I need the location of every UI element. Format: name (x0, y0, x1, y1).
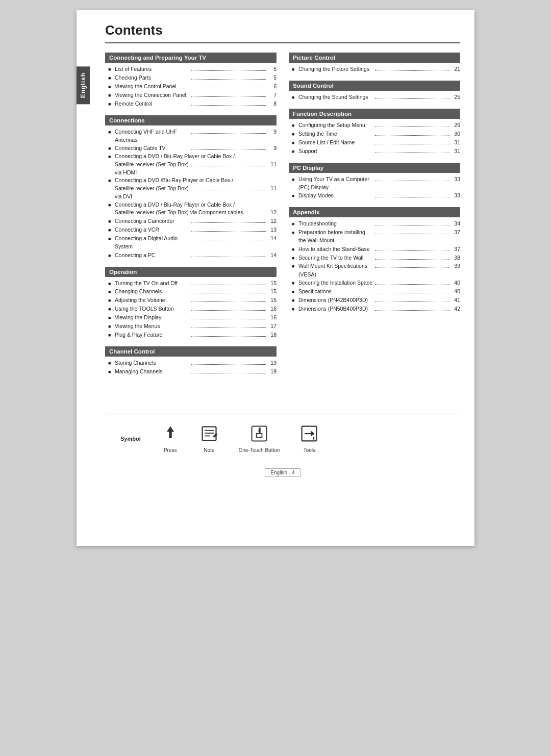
item-label: Dimensions (PN50B400P3D) (298, 305, 373, 313)
dots (375, 267, 450, 268)
page-title: Contents (105, 22, 460, 43)
item-label: Plug & Play Feature (115, 331, 190, 339)
list-item: ■ How to attach the Stand-Base 37 (289, 245, 460, 254)
dots (375, 301, 450, 302)
right-column: Picture Control ■ Changing the Picture S… (289, 53, 460, 383)
page-number: 9 (267, 144, 277, 152)
item-label: Changing the Sound Settings (298, 93, 373, 101)
page-number: 16 (267, 313, 277, 321)
page-number: 42 (451, 305, 460, 313)
dots (375, 284, 450, 285)
bullet-icon: ■ (108, 253, 113, 260)
item-label: Configuring the Setup Menu (298, 121, 373, 129)
item-label: Troubleshooting (298, 219, 373, 228)
item-label: Viewing the Menus (115, 322, 190, 330)
list-item: ■ Viewing the Control Panel 6 (105, 82, 277, 91)
page-number: 14 (267, 251, 277, 259)
bullet-icon: ■ (292, 263, 297, 270)
list-item: ■ Troubleshooting 34 (289, 219, 460, 228)
list-item: ■ List of Features 5 (105, 65, 277, 73)
list-item: ■ Connecting a Digital Audio System 14 (105, 234, 277, 251)
page-number: 9 (267, 128, 277, 136)
item-label: Securing the Installation Space (298, 279, 373, 287)
item-label: Connecting VHF and UHF Antennas (115, 128, 190, 144)
section-pc-display: PC Display ■ Using Your TV as a Computer… (289, 163, 460, 200)
tools-icon (300, 424, 318, 445)
bullet-icon: ■ (108, 297, 113, 305)
page-number: 41 (451, 296, 460, 304)
list-item: ■ Connecting a DVD / Blu-Ray Player or C… (105, 153, 277, 177)
dots (191, 364, 266, 365)
page-number: 37 (451, 245, 460, 253)
page-number: 5 (267, 65, 277, 73)
dots (191, 327, 266, 328)
note-symbol-item: Note (200, 424, 218, 453)
dots (375, 135, 450, 136)
left-column: Connecting and Preparing Your TV ■ List … (105, 53, 277, 383)
bullet-icon: ■ (108, 323, 113, 331)
section-header-function-description: Function Description (289, 109, 460, 119)
dots (375, 70, 450, 71)
list-item: ■ Changing the Sound Settings 25 (289, 93, 460, 102)
dots (375, 127, 450, 127)
item-label: Securing the TV to the Wall (298, 254, 373, 262)
list-item: ■ Wall Mount Kit Specifications (VESA) 3… (289, 262, 460, 279)
item-label: Viewing the Connection Panel (115, 91, 190, 99)
list-item: ■ Dimensions (PN42B400P3D) 41 (289, 296, 460, 305)
bullet-icon: ■ (292, 280, 297, 287)
list-item: ■ Support 31 (289, 147, 460, 156)
section-header-operation: Operation (105, 267, 277, 277)
symbol-label: Symbol (120, 436, 141, 442)
page-number: 21 (451, 65, 460, 73)
page-number: 25 (451, 93, 460, 101)
item-label: Connecting a VCR (115, 225, 190, 234)
page-number: 12 (267, 209, 277, 217)
list-item: ■ Changing the Picture Settings 21 (289, 65, 460, 73)
dots (375, 144, 450, 144)
dots (375, 234, 450, 234)
dots (191, 88, 266, 88)
section-function-description: Function Description ■ Configuring the S… (289, 109, 460, 156)
bullet-icon: ■ (292, 289, 297, 296)
tools-label: Tools (304, 447, 315, 453)
page-number: 33 (451, 175, 460, 183)
list-item: ■ Using the TOOLS Button 16 (105, 305, 277, 313)
section-picture-control: Picture Control ■ Changing the Picture S… (289, 53, 460, 73)
section-sound-control: Sound Control ■ Changing the Sound Setti… (289, 81, 460, 102)
bullet-icon: ■ (108, 236, 113, 243)
bullet-icon: ■ (108, 202, 113, 209)
list-item: ■ Remote Control 8 (105, 99, 277, 108)
dots (375, 153, 450, 153)
section-header-channel-control: Channel Control (105, 346, 277, 357)
bullet-icon: ■ (108, 178, 113, 185)
one-touch-button-symbol-item: One-Touch Button (239, 424, 280, 453)
page-number: 39 (451, 262, 460, 270)
section-header-connecting-preparing: Connecting and Preparing Your TV (105, 53, 277, 63)
bullet-icon: ■ (292, 306, 297, 313)
item-label: Dimensions (PN42B400P3D) (298, 296, 373, 304)
section-header-pc-display: PC Display (289, 163, 460, 173)
list-item: ■ Securing the TV to the Wall 38 (289, 254, 460, 262)
page-number: 7 (267, 91, 277, 99)
one-touch-button-label: One-Touch Button (239, 447, 280, 453)
list-item: ■ Viewing the Menus 17 (105, 322, 277, 331)
list-item: ■ Adjusting the Volume 15 (105, 296, 277, 305)
dots (375, 225, 450, 225)
page-number: 15 (267, 287, 277, 295)
list-item: ■ Display Modes 33 (289, 191, 460, 200)
list-item: ■ Viewing the Connection Panel 7 (105, 91, 277, 99)
item-label: Specifications (298, 287, 373, 295)
dots (191, 293, 266, 293)
press-symbol-item: Press (161, 424, 180, 453)
page-number: 17 (267, 322, 277, 330)
list-item: ■ Specifications 40 (289, 287, 460, 296)
tools-symbol-item: Tools (300, 424, 318, 453)
item-label: Preparation before installing the Wall-M… (298, 228, 373, 245)
section-header-appendix: Appendix (289, 207, 460, 217)
footer: English - 4 (105, 463, 460, 482)
item-label: Connecting Cable TV (115, 144, 190, 152)
footer-text: English - 4 (265, 468, 300, 477)
item-label-cont: Satellite receiver (Set-Top Box) via DVI (115, 185, 190, 201)
press-label: Press (164, 447, 177, 453)
page-number: 11 (267, 185, 277, 193)
